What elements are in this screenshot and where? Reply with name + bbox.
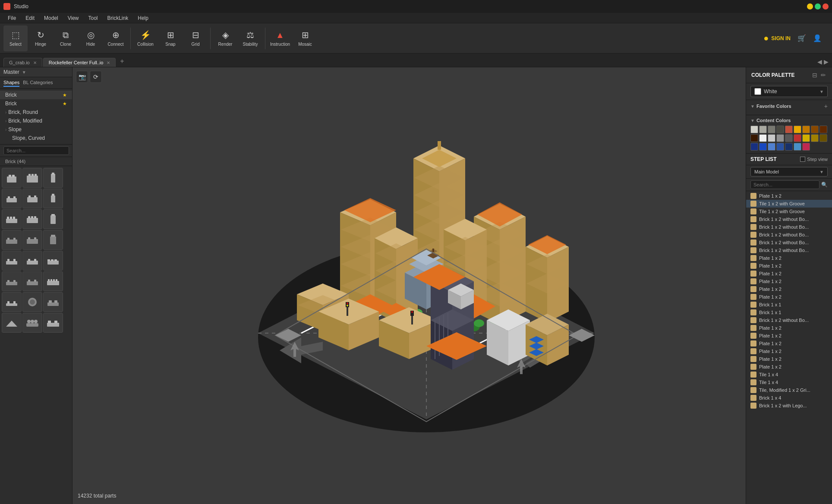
color-swatch-2[interactable] (759, 126, 767, 133)
menu-model[interactable]: Model (40, 14, 63, 22)
color-swatch-13[interactable] (776, 134, 784, 142)
parts-search-input[interactable] (750, 180, 819, 189)
part-item[interactable]: Plate 1 x 2 (746, 347, 832, 355)
brick-cell-3-3[interactable] (43, 209, 63, 229)
category-brick-1-star[interactable]: ★ (63, 92, 67, 98)
select-tool[interactable]: ⬚ Select (3, 25, 28, 51)
brick-cell-6-2[interactable] (22, 271, 42, 291)
color-swatch-6[interactable] (794, 126, 801, 133)
part-item[interactable]: Brick 1 x 2 without Bo... (746, 215, 832, 223)
color-swatch-12[interactable] (768, 134, 775, 142)
search-input[interactable] (3, 146, 69, 155)
part-item[interactable]: Brick 1 x 1 (746, 309, 832, 316)
color-swatch-19[interactable] (750, 143, 758, 151)
color-swatch-11[interactable] (759, 134, 767, 142)
panel-collapse-left[interactable]: ◀ (817, 58, 822, 65)
brick-cell-6-3[interactable] (43, 271, 63, 291)
parts-search-icon[interactable]: 🔍 (821, 182, 828, 188)
brick-cell-3-1[interactable] (2, 209, 22, 229)
menu-view[interactable]: View (63, 14, 83, 22)
profile-dropdown-arrow[interactable]: ▼ (22, 70, 26, 75)
instruction-tool[interactable]: ▲ Instruction (268, 25, 292, 51)
part-item[interactable]: Brick 1 x 1 (746, 301, 832, 309)
color-swatch-22[interactable] (776, 143, 784, 151)
render-tool[interactable]: ◈ Render (213, 25, 237, 51)
brick-cell-4-1[interactable] (2, 230, 22, 250)
maximize-button[interactable] (815, 3, 821, 9)
color-swatch-14[interactable] (785, 134, 793, 142)
color-dropdown[interactable]: White ▼ (750, 86, 828, 97)
part-item[interactable]: Plate 1 x 2 (746, 270, 832, 277)
part-item[interactable]: Plate 1 x 2 (746, 355, 832, 363)
grid-tool[interactable]: ⊟ Grid (183, 25, 208, 51)
part-item[interactable]: Tile 1 x 2 with Groove (746, 200, 832, 208)
brick-cell-6-1[interactable] (2, 271, 22, 291)
color-swatch-4[interactable] (776, 126, 784, 133)
color-edit-icon[interactable]: ✏ (820, 71, 827, 79)
bl-categories-tab[interactable]: BL Categories (23, 79, 53, 87)
color-swatch-20[interactable] (759, 143, 767, 151)
connect-tool[interactable]: ⊕ Connect (104, 25, 128, 51)
brick-cell-3-2[interactable] (22, 209, 42, 229)
part-item[interactable]: Brick 1 x 4 (746, 394, 832, 402)
collision-tool[interactable]: ⚡ Collision (133, 25, 158, 51)
menu-edit[interactable]: Edit (21, 14, 39, 22)
hinge-tool[interactable]: ↻ Hinge (28, 25, 53, 51)
brick-cell-1-2[interactable] (22, 168, 42, 188)
part-item[interactable]: Tile 1 x 4 (746, 378, 832, 386)
part-item[interactable]: Plate 1 x 2 (746, 340, 832, 347)
step-view-checkbox[interactable] (800, 157, 805, 162)
lego-scene-container[interactable] (72, 67, 746, 504)
color-swatch-24[interactable] (794, 143, 801, 151)
part-item[interactable]: Brick 1 x 2 without Bo... (746, 231, 832, 239)
menu-file[interactable]: File (3, 14, 20, 22)
shapes-tab[interactable]: Shapes (3, 79, 19, 87)
category-slope[interactable]: › Slope (0, 125, 72, 134)
color-swatch-5[interactable] (785, 126, 793, 133)
stability-tool[interactable]: ⚖ Stability (238, 25, 262, 51)
brick-cell-5-1[interactable] (2, 251, 22, 271)
brick-cell-7-1[interactable] (2, 292, 22, 312)
brick-cell-5-2[interactable] (22, 251, 42, 271)
brick-cell-7-2[interactable] (22, 292, 42, 312)
mosaic-tool[interactable]: ⊞ Mosaic (293, 25, 317, 51)
category-brick-round[interactable]: › Brick, Round (0, 108, 72, 117)
color-filter-icon[interactable]: ⊟ (811, 71, 818, 79)
color-swatch-8[interactable] (811, 126, 819, 133)
color-swatch-7[interactable] (802, 126, 810, 133)
model-dropdown[interactable]: Main Model ▼ (750, 167, 828, 176)
minimize-button[interactable] (807, 3, 813, 9)
brick-cell-8-2[interactable] (22, 313, 42, 333)
color-swatch-16[interactable] (802, 134, 810, 142)
part-item[interactable]: Plate 1 x 2 (746, 363, 832, 371)
favorite-add-button[interactable]: + (824, 103, 828, 110)
color-swatch-3[interactable] (768, 126, 775, 133)
part-item[interactable]: Plate 1 x 2 (746, 192, 832, 200)
favorite-chevron[interactable]: ▼ (750, 104, 755, 109)
brick-cell-2-2[interactable] (22, 189, 42, 208)
color-swatch-23[interactable] (785, 143, 793, 151)
menu-help[interactable]: Help (133, 14, 153, 22)
brick-cell-1-3[interactable] (43, 168, 63, 188)
tab-g-crab[interactable]: G_crab.io ✕ (3, 58, 42, 67)
menu-bricklink[interactable]: BrickLink (103, 14, 133, 22)
canvas-area[interactable]: 📷 ⟳ (72, 67, 746, 504)
color-swatch-15[interactable] (794, 134, 801, 142)
tab-add-button[interactable]: + (117, 56, 127, 67)
camera-button[interactable]: 📷 (76, 71, 88, 83)
brick-cell-8-3[interactable] (43, 313, 63, 333)
part-item[interactable]: Plate 1 x 2 (746, 254, 832, 262)
part-item[interactable]: Brick 1 x 2 without Bo... (746, 316, 832, 324)
part-item[interactable]: Plate 1 x 2 (746, 277, 832, 285)
panel-collapse-right[interactable]: ▶ (824, 58, 829, 65)
snap-tool[interactable]: ⊞ Snap (158, 25, 183, 51)
reset-view-button[interactable]: ⟳ (90, 71, 102, 83)
hide-tool[interactable]: ◎ Hide (79, 25, 103, 51)
clone-tool[interactable]: ⧉ Clone (54, 25, 78, 51)
content-chevron[interactable]: ▼ (750, 118, 755, 123)
brick-cell-5-3[interactable] (43, 251, 63, 271)
color-swatch-25[interactable] (802, 143, 810, 151)
user-icon[interactable]: 👤 (813, 34, 822, 42)
signin-button[interactable]: ● SIGN IN (763, 33, 791, 43)
category-brick-modified[interactable]: › Brick, Modified (0, 117, 72, 125)
